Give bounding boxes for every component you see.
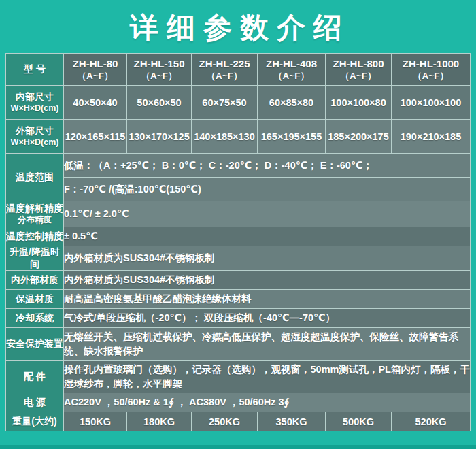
page-title: 详细参数介绍 bbox=[0, 0, 476, 53]
safety-value: 无熔丝开关、压缩机过载保护、冷媒高低压保护、超湿度超温度保护、保险丝、故障警告系… bbox=[64, 328, 471, 361]
bottom-accent-strip bbox=[0, 445, 476, 449]
accessories-label: 配 件 bbox=[6, 361, 64, 393]
control-value: ± 0.5℃ bbox=[64, 227, 471, 246]
inner-size-unit: W×H×D(cm) bbox=[6, 103, 63, 114]
accessories-value: 操作孔内置玻璃门（选购），记录器（选购），观视窗，50mm测试孔，PL箱内灯，隔… bbox=[64, 361, 471, 393]
row-temp-range-2: F：-70℃ /(高温:100℃(150℃) bbox=[6, 178, 471, 201]
outer-size-unit: W×H×D(cm) bbox=[6, 137, 63, 148]
spec-table: 型 号 ZH-HL-80 （A~F） ZH-HL-150 （A~F） ZH-HL… bbox=[5, 53, 471, 431]
row-ramp-time: 升温/降温时间 内外箱材质为SUS304#不锈钢板制 bbox=[6, 246, 471, 271]
model-name: ZH-HL-408 bbox=[266, 58, 317, 69]
inner-size-label-text: 内部尺寸 bbox=[16, 91, 54, 102]
model-cell: ZH-HL-225 （A~F） bbox=[192, 54, 258, 86]
resolution-label-line1: 温度解析精度 bbox=[6, 203, 63, 214]
outer-size-value: 130×170×125 bbox=[127, 120, 192, 154]
row-outer-size: 外部尺寸 W×H×D(cm) 120×165×115 130×170×125 1… bbox=[6, 120, 471, 154]
model-label: 型 号 bbox=[6, 54, 64, 86]
weight-value: 520KG bbox=[392, 412, 471, 431]
inner-size-value: 100×100×100 bbox=[392, 86, 471, 120]
model-range: （A~F） bbox=[326, 70, 391, 82]
model-name: ZH-HL-1000 bbox=[403, 58, 459, 69]
power-label: 电 源 bbox=[6, 393, 64, 412]
model-name: ZH-HL-150 bbox=[133, 58, 184, 69]
inner-size-value: 40×50×40 bbox=[64, 86, 127, 120]
outer-size-value: 185×200×175 bbox=[326, 120, 392, 154]
weight-value: 350KG bbox=[258, 412, 326, 431]
temp-range-label: 温度范围 bbox=[6, 154, 64, 201]
row-insulation: 保温材质 耐高温高密度氨基甲酸乙醋泡沫绝缘体材料 bbox=[6, 290, 471, 309]
model-cell: ZH-HL-150 （A~F） bbox=[127, 54, 192, 86]
resolution-value: 0.1℃/ ± 2.0℃ bbox=[64, 201, 471, 227]
material-label: 内外部材质 bbox=[6, 271, 64, 290]
row-power: 电 源 AC220V ，50/60Hz & 1∮ ， AC380V ，50/60… bbox=[6, 393, 471, 412]
temp-range-high: F：-70℃ /(高温:100℃(150℃) bbox=[64, 178, 471, 201]
model-range: （A~F） bbox=[258, 70, 325, 82]
weight-value: 150KG bbox=[64, 412, 127, 431]
model-name: ZH-HL-225 bbox=[199, 58, 250, 69]
inner-size-value: 50×60×50 bbox=[127, 86, 192, 120]
resolution-label-line2: 分布精度 bbox=[6, 215, 63, 226]
power-value: AC220V ，50/60Hz & 1∮ ， AC380V ，50/60Hz 3… bbox=[64, 393, 471, 412]
weight-value: 250KG bbox=[192, 412, 258, 431]
row-inner-size: 内部尺寸 W×H×D(cm) 40×50×40 50×60×50 60×75×5… bbox=[6, 86, 471, 120]
cooling-label: 冷却系统 bbox=[6, 309, 64, 328]
ramp-time-label: 升温/降温时间 bbox=[6, 246, 64, 271]
model-cell: ZH-HL-408 （A~F） bbox=[258, 54, 326, 86]
inner-size-label: 内部尺寸 W×H×D(cm) bbox=[6, 86, 64, 120]
model-cell: ZH-HL-80 （A~F） bbox=[64, 54, 127, 86]
row-safety: 安全保护装置 无熔丝开关、压缩机过载保护、冷媒高低压保护、超湿度超温度保护、保险… bbox=[6, 328, 471, 361]
model-range: （A~F） bbox=[127, 70, 191, 82]
inner-size-value: 60×75×50 bbox=[192, 86, 258, 120]
model-range: （A~F） bbox=[192, 70, 257, 82]
weight-value: 180KG bbox=[127, 412, 192, 431]
model-range: （A~F） bbox=[64, 70, 126, 82]
ramp-time-value: 内外箱材质为SUS304#不锈钢板制 bbox=[64, 246, 471, 271]
insulation-label: 保温材质 bbox=[6, 290, 64, 309]
resolution-label: 温度解析精度 分布精度 bbox=[6, 201, 64, 227]
outer-size-value: 190×210×185 bbox=[392, 120, 471, 154]
outer-size-value: 120×165×115 bbox=[64, 120, 127, 154]
row-model: 型 号 ZH-HL-80 （A~F） ZH-HL-150 （A~F） ZH-HL… bbox=[6, 54, 471, 86]
outer-size-label: 外部尺寸 W×H×D(cm) bbox=[6, 120, 64, 154]
model-cell: ZH-HL-1000 （A~F） bbox=[392, 54, 471, 86]
model-name: ZH-HL-80 bbox=[73, 58, 118, 69]
material-value: 内外箱材质为SUS304#不锈钢板制 bbox=[64, 271, 471, 290]
weight-label: 重量(大约) bbox=[6, 412, 64, 431]
temp-range-low: 低温：（A：+25℃； B：0℃； C：-20℃； D：-40℃； E：-60℃… bbox=[64, 154, 471, 178]
row-cooling: 冷却系统 气冷式/单段压缩机（-20℃）； 双段压缩机（-40℃—-70℃） bbox=[6, 309, 471, 328]
safety-label: 安全保护装置 bbox=[6, 328, 64, 361]
model-range: （A~F） bbox=[392, 70, 470, 82]
row-weight: 重量(大约) 150KG 180KG 250KG 350KG 500KG 520… bbox=[6, 412, 471, 431]
inner-size-value: 60×85×80 bbox=[258, 86, 326, 120]
row-accessories: 配 件 操作孔内置玻璃门（选购），记录器（选购），观视窗，50mm测试孔，PL箱… bbox=[6, 361, 471, 393]
insulation-value: 耐高温高密度氨基甲酸乙醋泡沫绝缘体材料 bbox=[64, 290, 471, 309]
outer-size-value: 165×195×155 bbox=[258, 120, 326, 154]
outer-size-value: 140×185×130 bbox=[192, 120, 258, 154]
row-temp-range-1: 温度范围 低温：（A：+25℃； B：0℃； C：-20℃； D：-40℃； E… bbox=[6, 154, 471, 178]
row-control: 温度控制精度 ± 0.5℃ bbox=[6, 227, 471, 246]
model-cell: ZH-HL-800 （A~F） bbox=[326, 54, 392, 86]
row-material: 内外部材质 内外箱材质为SUS304#不锈钢板制 bbox=[6, 271, 471, 290]
control-label: 温度控制精度 bbox=[6, 227, 64, 246]
inner-size-value: 100×100×80 bbox=[326, 86, 392, 120]
cooling-value: 气冷式/单段压缩机（-20℃）； 双段压缩机（-40℃—-70℃） bbox=[64, 309, 471, 328]
row-resolution: 温度解析精度 分布精度 0.1℃/ ± 2.0℃ bbox=[6, 201, 471, 227]
weight-value: 500KG bbox=[326, 412, 392, 431]
outer-size-label-text: 外部尺寸 bbox=[16, 125, 54, 136]
model-name: ZH-HL-800 bbox=[333, 58, 384, 69]
